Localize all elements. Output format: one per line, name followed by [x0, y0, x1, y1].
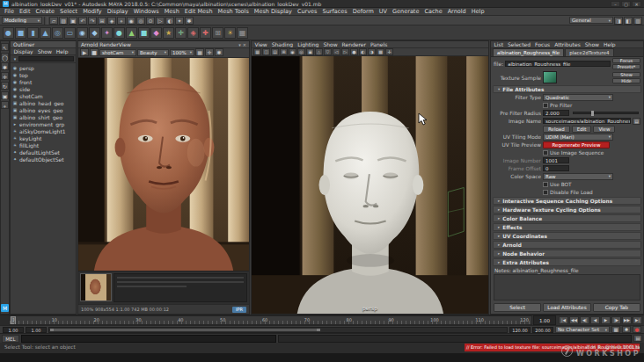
- render-current-frame-icon[interactable]: ◐: [165, 17, 174, 25]
- film-gate-icon[interactable]: ◎: [297, 48, 305, 55]
- attribute-editor-menu-item[interactable]: Selected: [506, 41, 533, 47]
- load-attributes-button[interactable]: Load Attributes: [543, 303, 590, 312]
- menu-item[interactable]: Edit Mesh: [182, 8, 216, 15]
- panel-close-icon[interactable]: ✕: [243, 41, 246, 48]
- collapsed-section-header[interactable]: ▸Color Balance: [493, 214, 641, 222]
- range-slider-track[interactable]: [48, 327, 508, 333]
- use-bot-checkbox[interactable]: [543, 182, 548, 187]
- poly-torus-icon[interactable]: ◎: [52, 27, 63, 39]
- collapsed-section-header[interactable]: ▸Extra Attributes: [493, 258, 641, 266]
- hide-button[interactable]: Hide: [612, 78, 640, 83]
- attribute-editor-menu-item[interactable]: Show: [582, 41, 601, 47]
- focus-button[interactable]: Focus: [612, 58, 640, 63]
- amplify-brush-icon[interactable]: ★: [163, 27, 174, 39]
- save-scene-icon[interactable]: ▣: [69, 17, 77, 25]
- attribute-editor-menu-item[interactable]: List: [492, 41, 506, 47]
- outliner-item[interactable]: ▣ albino_shirt_geo: [11, 113, 76, 120]
- move-tool[interactable]: ✛: [1, 72, 9, 80]
- last-tool[interactable]: ⌖: [1, 101, 9, 109]
- arv-aov-dropdown[interactable]: Beauty▾: [137, 49, 169, 56]
- menu-item[interactable]: Mesh: [162, 8, 182, 15]
- mel-toggle-button[interactable]: MEL: [2, 335, 19, 343]
- poly-cube-icon[interactable]: ■: [15, 27, 26, 39]
- outliner-item[interactable]: ☀ fillLight: [11, 141, 76, 148]
- image-plane-icon[interactable]: ⊞: [280, 48, 288, 55]
- make-live-icon[interactable]: ◎: [136, 17, 145, 25]
- lock-camera-icon[interactable]: ▦: [253, 48, 261, 55]
- play-forwards-button[interactable]: ▶: [601, 316, 611, 324]
- outliner-search-input[interactable]: [18, 56, 74, 62]
- textured-icon[interactable]: ◑: [368, 48, 376, 55]
- viewport-menu-item[interactable]: Panels: [368, 41, 389, 47]
- pre-filter-checkbox[interactable]: [543, 103, 548, 108]
- uv-tiling-mode-dropdown[interactable]: UDIM (Mari)▾: [543, 134, 613, 141]
- snap-to-plane-icon[interactable]: ◉: [127, 17, 135, 25]
- outliner-menu-item[interactable]: Help: [54, 48, 70, 54]
- poly-cone-icon[interactable]: ▲: [40, 27, 51, 39]
- arnold-render-image[interactable]: [78, 58, 249, 271]
- wireframe-icon[interactable]: ●: [350, 48, 358, 55]
- step-forward-frame-button[interactable]: ▶▶: [622, 316, 632, 324]
- outliner-item[interactable]: ◉ front: [11, 78, 76, 85]
- animation-start-field[interactable]: 1.00: [3, 327, 24, 333]
- maximize-button[interactable]: ▢: [621, 1, 631, 7]
- attribute-editor-menu-item[interactable]: Help: [601, 41, 618, 47]
- outliner-item[interactable]: ☀ aiSkyDomeLight1: [11, 127, 76, 134]
- script-editor-icon[interactable]: ▤: [633, 335, 642, 342]
- ipr-render-icon[interactable]: ✦: [175, 17, 184, 25]
- character-set-dropdown[interactable]: No Character Set▾: [555, 326, 610, 333]
- timeline-track[interactable]: 1102030405060708090100110120: [9, 315, 532, 325]
- menu-item[interactable]: File: [2, 8, 17, 15]
- attribute-editor-menu-item[interactable]: Attributes: [553, 41, 583, 47]
- disable-file-load-checkbox[interactable]: [543, 190, 548, 195]
- playback-start-field[interactable]: 1.00: [26, 327, 47, 333]
- tab-file-node[interactable]: albination_Roughness_file: [493, 48, 564, 56]
- go-to-start-button[interactable]: |◀: [559, 316, 568, 324]
- poly-disc-icon[interactable]: ◉: [77, 27, 88, 39]
- camera-attributes-icon[interactable]: ◫: [262, 48, 270, 55]
- menu-item[interactable]: Generate: [390, 8, 421, 15]
- outliner-item[interactable]: ☀ keyLight: [11, 134, 76, 141]
- arv-zoom-dropdown[interactable]: 100%▾: [170, 49, 194, 56]
- field-chart-icon[interactable]: ▽: [324, 48, 332, 55]
- viewport-menu-item[interactable]: Lighting: [296, 41, 321, 47]
- outliner-menu-item[interactable]: Display: [11, 48, 35, 54]
- relax-brush-icon[interactable]: ◆: [150, 27, 162, 39]
- grid-icon[interactable]: ◉: [289, 48, 296, 55]
- lasso-select-tool[interactable]: ◯: [1, 53, 9, 61]
- safe-title-icon[interactable]: ▷: [341, 48, 349, 55]
- step-back-frame-button[interactable]: ◀◀: [569, 316, 579, 324]
- collapsed-section-header[interactable]: ▸Hardware Texture Cycling Options: [493, 206, 641, 214]
- color-space-dropdown[interactable]: Raw▾: [543, 173, 613, 180]
- poly-plane-icon[interactable]: ▭: [64, 27, 76, 39]
- outliner-item[interactable]: ◉ side: [11, 85, 76, 92]
- render-settings-icon[interactable]: ✱: [185, 17, 194, 25]
- menu-item[interactable]: Curves: [295, 8, 320, 15]
- outliner-item[interactable]: ◉ persp: [11, 64, 76, 71]
- pre-filter-radius-slider[interactable]: [573, 112, 639, 114]
- view-button[interactable]: View: [593, 126, 615, 133]
- platonic-solid-icon[interactable]: ◆: [89, 27, 100, 39]
- viewport-3d-view[interactable]: persp: [252, 56, 488, 314]
- shaded-icon[interactable]: ◐: [359, 48, 367, 55]
- undo-icon[interactable]: ↶: [78, 17, 87, 25]
- viewport-menu-item[interactable]: Show: [321, 41, 340, 47]
- arv-settings-icon[interactable]: ✱: [215, 48, 223, 56]
- close-button[interactable]: ✕: [632, 1, 641, 7]
- workspace-dropdown[interactable]: General▾: [569, 17, 613, 24]
- open-render-view-icon[interactable]: ▷: [156, 17, 165, 25]
- menu-item[interactable]: Mesh Tools: [216, 8, 252, 15]
- show-button[interactable]: Show: [612, 72, 640, 77]
- select-tool[interactable]: ↖: [1, 43, 9, 51]
- edit-button[interactable]: Edit: [572, 126, 592, 133]
- pinch-brush-icon[interactable]: ■: [138, 27, 150, 39]
- menu-item[interactable]: UV: [377, 8, 390, 15]
- menu-item[interactable]: Create: [33, 8, 57, 15]
- arv-snapshot-icon[interactable]: ▦: [195, 48, 204, 56]
- gate-mask-icon[interactable]: △: [315, 48, 323, 55]
- smooth-brush-icon[interactable]: ●: [113, 27, 125, 39]
- outliner-item[interactable]: ▣ albino_head_geo: [11, 99, 76, 106]
- go-to-end-button[interactable]: ▶|: [633, 316, 642, 324]
- menu-set-dropdown[interactable]: Modeling▾: [2, 17, 42, 24]
- bookmarks-icon[interactable]: ▤: [271, 48, 279, 55]
